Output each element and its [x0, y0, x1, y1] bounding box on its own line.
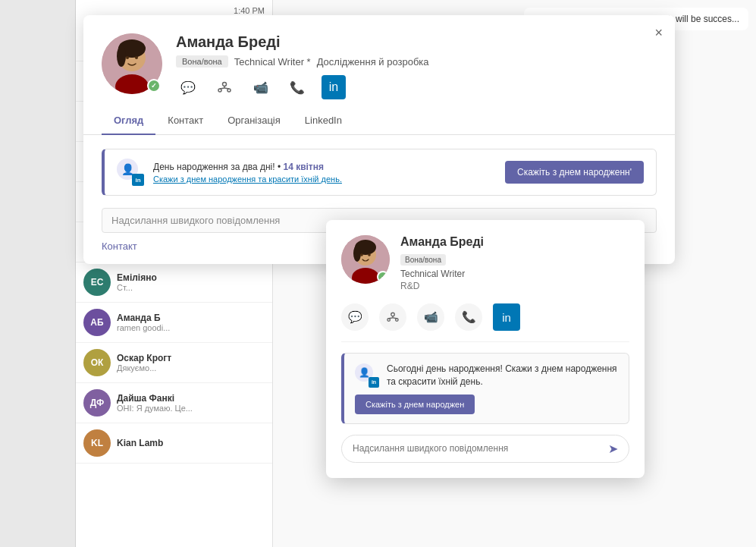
hover-role: Technical Writer — [400, 269, 484, 279]
hover-send-button[interactable]: ➤ — [608, 442, 618, 456]
svg-point-18 — [360, 253, 363, 256]
tab-contact[interactable]: Контакт — [155, 107, 215, 135]
hover-birthday-button[interactable]: Скажіть з днем народжен — [355, 395, 475, 414]
hover-org-button[interactable] — [379, 303, 406, 331]
svg-point-20 — [391, 313, 394, 316]
chat-list-item[interactable]: ЕС Еміліяно Ст... — [76, 262, 272, 303]
chat-avatar: KL — [83, 429, 111, 457]
hover-video-button[interactable]: 📹 — [417, 303, 444, 331]
svg-point-7 — [223, 83, 227, 86]
video-action-button[interactable]: 📹 — [249, 75, 273, 99]
time-display: 1:40 PM — [234, 6, 265, 15]
hover-card-header: Аманда Бреді Вона/вона Technical Writer … — [341, 235, 629, 291]
chat-name: Оскар Крогт — [117, 353, 265, 363]
chat-avatar: ДФ — [83, 389, 111, 417]
avatar-status-indicator — [147, 79, 161, 93]
hover-linkedin-button[interactable]: in — [493, 303, 520, 331]
svg-line-25 — [393, 318, 397, 319]
hover-actions: 💬 📹 📞 in — [341, 303, 629, 342]
chat-list-item[interactable]: ДФ Дайша Фанкі ОНІ: Я думаю. Це... — [76, 383, 272, 423]
svg-point-6 — [135, 56, 138, 59]
chat-avatar: ЕС — [83, 269, 111, 296]
hover-birthday-icon-row: 👤 in Сьогодні день народження! Скажи з д… — [355, 363, 618, 388]
chat-info: Дайша Фанкі ОНІ: Я думаю. Це... — [117, 393, 265, 413]
birthday-link[interactable]: Скажи з днем народження та красити їхній… — [153, 174, 342, 184]
birthday-button[interactable]: Скажіть з днем народженн' — [505, 161, 644, 184]
chat-name: Дайша Фанкі — [117, 393, 265, 404]
hover-info: Аманда Бреді Вона/вона Technical Writer … — [400, 235, 484, 291]
chat-preview: ОНІ: Я думаю. Це... — [117, 404, 265, 413]
chat-list-item[interactable]: АБ Аманда Б ramen goodi... — [76, 303, 272, 343]
modal-header: × — [83, 15, 675, 99]
chat-preview: Дякуємо... — [117, 363, 265, 373]
profile-avatar-wrapper — [102, 33, 162, 94]
birthday-text-block: День народження за два дні! • 14 квітня … — [153, 162, 342, 184]
chat-avatar: ОК — [83, 349, 111, 376]
svg-point-5 — [126, 56, 129, 59]
hover-card: Аманда Бреді Вона/вона Technical Writer … — [326, 220, 645, 478]
tab-overview[interactable]: Огляд — [102, 107, 155, 135]
chat-action-button[interactable]: 💬 — [176, 75, 200, 99]
svg-point-9 — [227, 89, 231, 92]
chat-preview: Ст... — [117, 283, 265, 292]
pronoun-tag: Вона/вона — [176, 55, 228, 68]
tab-linkedin[interactable]: LinkedIn — [293, 107, 354, 135]
profile-actions: 💬 📹 📞 in — [176, 75, 657, 99]
svg-point-22 — [396, 319, 399, 322]
chat-name: Еміліяно — [117, 272, 265, 283]
chat-list-item[interactable]: KL Kian Lamb — [76, 423, 272, 464]
svg-line-11 — [220, 88, 224, 89]
chat-name: Аманда Б — [117, 313, 265, 323]
sidebar — [0, 0, 76, 547]
birthday-title: День народження за два дні! • 14 квітня — [153, 162, 342, 172]
birthday-date: 14 квітня — [283, 162, 324, 172]
svg-point-21 — [387, 319, 391, 322]
birthday-icon: 👤 in — [117, 159, 144, 186]
birthday-linkedin-badge: in — [132, 174, 144, 186]
chat-preview: ramen goodi... — [117, 323, 265, 332]
profile-info: Аманда Бреді Вона/вона Technical Writer … — [176, 33, 657, 99]
svg-point-8 — [218, 89, 221, 92]
chat-info: Еміліяно Ст... — [117, 272, 265, 292]
chat-info: Аманда Б ramen goodi... — [117, 313, 265, 332]
hover-chat-button[interactable]: 💬 — [341, 303, 369, 331]
call-action-button[interactable]: 📞 — [285, 75, 309, 99]
svg-point-17 — [353, 245, 361, 262]
department-tag: Дослідження й розробка — [317, 56, 429, 68]
hover-quick-message-input[interactable] — [353, 443, 602, 454]
hover-avatar — [341, 235, 390, 284]
org-action-button[interactable] — [212, 75, 237, 99]
linkedin-action-button[interactable]: in — [322, 75, 346, 99]
chat-avatar: АБ — [83, 309, 111, 336]
role-tag: Technical Writer * — [234, 56, 311, 68]
svg-line-12 — [224, 88, 229, 89]
hover-call-button[interactable]: 📞 — [455, 303, 482, 331]
hover-quick-message[interactable]: ➤ — [341, 435, 629, 463]
profile-name: Аманда Бреді — [176, 33, 657, 51]
chat-info: Оскар Крогт Дякуємо... — [117, 353, 265, 373]
profile-tags: Вона/вона Technical Writer * Дослідження… — [176, 55, 657, 68]
svg-point-19 — [368, 253, 371, 256]
birthday-info: 👤 in День народження за два дні! • 14 кв… — [117, 159, 342, 186]
svg-line-24 — [389, 318, 393, 319]
hover-dept: R&D — [400, 281, 484, 291]
profile-tabs: Огляд Контакт Організація LinkedIn — [83, 107, 675, 135]
chat-name: Kian Lamb — [117, 438, 265, 448]
birthday-banner: 👤 in День народження за два дні! • 14 кв… — [102, 149, 657, 196]
hover-name: Аманда Бреді — [400, 235, 484, 249]
hover-birthday-section: 👤 in Сьогодні день народження! Скажи з д… — [341, 353, 629, 424]
hover-pronoun-tag: Вона/вона — [400, 254, 446, 266]
hover-birthday-icon: 👤 in — [355, 363, 379, 388]
hover-birthday-text: Сьогодні день народження! Скажи з днем н… — [387, 363, 618, 388]
svg-point-4 — [117, 46, 126, 67]
tab-organization[interactable]: Організація — [215, 107, 293, 135]
hover-avatar-status — [377, 271, 389, 283]
hover-birthday-linkedin-badge: in — [369, 377, 379, 388]
chat-info: Kian Lamb — [117, 438, 265, 448]
close-button[interactable]: × — [654, 26, 663, 39]
chat-list-item[interactable]: ОК Оскар Крогт Дякуємо... — [76, 343, 272, 383]
